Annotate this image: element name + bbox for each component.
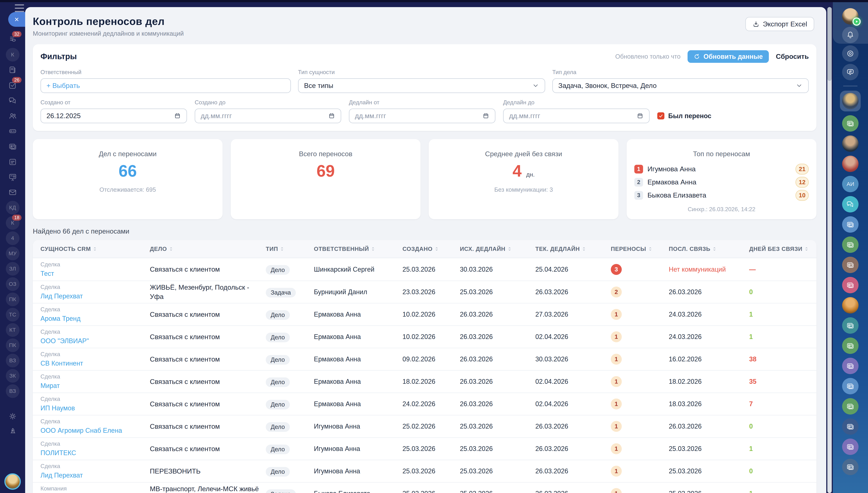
- contact-item[interactable]: [842, 156, 859, 172]
- column-header[interactable]: ДНЕЙ БЕЗ СВЯЗИ: [749, 245, 809, 252]
- item-zk[interactable]: ЗК: [0, 368, 25, 383]
- table-row[interactable]: Сделка Тест Связаться с клиентом Дело Ши…: [33, 258, 816, 281]
- contact-item[interactable]: [842, 277, 859, 293]
- chat-sync-icon[interactable]: [842, 64, 859, 80]
- refresh-data-button[interactable]: Обновить данные: [688, 50, 769, 63]
- table-row[interactable]: Сделка ООО "ЭЛВИАР" Связаться с клиентом…: [33, 325, 816, 348]
- column-header[interactable]: СУЩНОСТЬ CRM: [40, 245, 150, 252]
- activity-title: Связаться с клиентом: [150, 377, 266, 386]
- employees-icon[interactable]: [0, 108, 25, 124]
- active-contact-avatar[interactable]: [840, 91, 861, 111]
- item-zl[interactable]: ЗЛ: [0, 261, 25, 276]
- item-ts[interactable]: ТС: [0, 307, 25, 322]
- table-row[interactable]: Сделка Арома Тренд Связаться с клиентом …: [33, 303, 816, 325]
- export-excel-button[interactable]: Экспорт Excel: [745, 17, 814, 31]
- contact-item[interactable]: [842, 317, 859, 334]
- close-icon[interactable]: ×: [8, 12, 25, 27]
- entity-link[interactable]: Мират: [40, 382, 60, 390]
- column-header[interactable]: ПОСЛ. СВЯЗЬ: [669, 245, 749, 252]
- entity-link[interactable]: ИП Наумов: [40, 404, 75, 412]
- column-header[interactable]: СОЗДАНО: [402, 245, 460, 252]
- reset-filters-button[interactable]: Сбросить: [776, 52, 809, 61]
- deadline-from-input[interactable]: дд.мм.гггг: [349, 108, 496, 123]
- created-from-input[interactable]: 26.12.2025: [40, 108, 187, 123]
- crm-icon[interactable]: [0, 139, 25, 154]
- contact-item[interactable]: [842, 398, 859, 414]
- item-oz[interactable]: ОЗ: [0, 276, 25, 292]
- scrollbar-thumb[interactable]: [827, 7, 832, 81]
- activity-type-select[interactable]: Задача, Звонок, Встреча, Дело: [552, 78, 809, 93]
- was-postponed-checkbox[interactable]: Был перенос: [657, 108, 809, 123]
- chats-icon[interactable]: [0, 93, 25, 108]
- column-header[interactable]: ТИП: [266, 245, 314, 252]
- table-row[interactable]: Сделка СВ Континент Связаться с клиентом…: [33, 348, 816, 370]
- marketing-icon[interactable]: [0, 169, 25, 185]
- contact-item[interactable]: [842, 459, 859, 475]
- item-kd[interactable]: КД: [0, 200, 25, 215]
- entity-link[interactable]: СВ Континент: [40, 360, 83, 367]
- recorder-icon[interactable]: [842, 45, 859, 62]
- feed-icon[interactable]: 32: [0, 32, 25, 47]
- table-row[interactable]: Сделка Мират Связаться с клиентом Дело Е…: [33, 370, 816, 392]
- calendar-icon[interactable]: [0, 154, 25, 169]
- item-pk[interactable]: ПК: [0, 292, 25, 307]
- item-mu[interactable]: МУ: [0, 246, 25, 261]
- entity-link[interactable]: ООО Агромир Снаб Елена: [40, 427, 122, 434]
- item-4[interactable]: 4: [0, 231, 25, 246]
- column-header[interactable]: ТЕК. ДЕДЛАЙН: [536, 245, 611, 252]
- contact-item[interactable]: [842, 196, 859, 212]
- entity-link[interactable]: Тест: [40, 270, 54, 277]
- table-row[interactable]: Сделка ООО Агромир Снаб Елена Связаться …: [33, 415, 816, 437]
- contact-item[interactable]: [842, 338, 859, 354]
- table-row[interactable]: Сделка ПОЛИТЕКС Связаться с клиентом Дел…: [33, 437, 816, 460]
- contact-item[interactable]: [842, 216, 859, 233]
- contact-item[interactable]: [842, 135, 859, 152]
- responsible-field[interactable]: + Выбрать: [40, 78, 291, 93]
- table-row[interactable]: Сделка ИП Наумов Связаться с клиентом Де…: [33, 392, 816, 415]
- contact-item[interactable]: [842, 297, 859, 314]
- settings-icon[interactable]: [0, 409, 25, 424]
- contact-item[interactable]: [842, 419, 859, 435]
- column-header[interactable]: ДЕЛО: [150, 245, 266, 252]
- column-header[interactable]: ПЕРЕНОСЫ: [611, 245, 669, 252]
- rocket-icon[interactable]: [0, 424, 25, 439]
- notifications-icon[interactable]: [842, 27, 859, 43]
- contact-item[interactable]: [842, 236, 859, 253]
- entity-link[interactable]: Арома Тренд: [40, 315, 81, 322]
- entity-type-select[interactable]: Все типы: [298, 78, 545, 93]
- entity-link[interactable]: Лид Перехват: [40, 472, 83, 479]
- drive-icon[interactable]: [0, 124, 25, 139]
- menu-icon[interactable]: [15, 4, 24, 12]
- column-header[interactable]: ОТВЕТСТВЕННЫЙ: [314, 245, 402, 252]
- profile-avatar[interactable]: [4, 473, 21, 490]
- workspace-k[interactable]: К: [0, 47, 25, 62]
- top-list-item[interactable]: 1Игумнова Анна21: [634, 163, 809, 175]
- top-list-item[interactable]: 3Быкова Елизавета10: [634, 190, 809, 201]
- top-list-item[interactable]: 2Ермакова Анна12: [634, 176, 809, 188]
- contact-item[interactable]: [842, 358, 859, 374]
- contact-item[interactable]: АИ: [842, 176, 859, 192]
- contact-item[interactable]: [842, 115, 859, 132]
- table-row[interactable]: Сделка Лид Перехват ЖИВЬЁ, Мезенбург, По…: [33, 281, 816, 303]
- item-pk2[interactable]: ПК: [0, 338, 25, 353]
- table-row[interactable]: Сделка Лид Перехват ПЕРЕЗВОНИТЬ Дело Игу…: [33, 460, 816, 482]
- entity-link[interactable]: ПОЛИТЕКС: [40, 449, 76, 457]
- item-k[interactable]: К18: [0, 215, 25, 231]
- news-icon[interactable]: [0, 62, 25, 78]
- entity-link[interactable]: ООО "ЭЛВИАР": [40, 337, 89, 345]
- deadline-to-input[interactable]: дд.мм.гггг: [503, 108, 650, 123]
- user-avatar[interactable]: [842, 8, 859, 25]
- created-to-input[interactable]: дд.мм.гггг: [195, 108, 341, 123]
- contact-item[interactable]: [842, 378, 859, 394]
- tasks-icon[interactable]: 26: [0, 78, 25, 93]
- contact-item[interactable]: [842, 438, 859, 455]
- table-row[interactable]: Компания ООО "МВ-ТРАНСПОРТ" МВ-транспорт…: [33, 482, 816, 493]
- column-header[interactable]: ИСХ. ДЕДЛАЙН: [460, 245, 536, 252]
- mail-icon[interactable]: [0, 185, 25, 200]
- item-kt[interactable]: КТ: [0, 322, 25, 338]
- item-vz[interactable]: ВЗ: [0, 353, 25, 368]
- item-vz2[interactable]: ВЗ: [0, 383, 25, 399]
- contact-item[interactable]: [842, 257, 859, 273]
- entity-link[interactable]: Лид Перехват: [40, 292, 83, 300]
- responsible-placeholder[interactable]: + Выбрать: [46, 82, 80, 90]
